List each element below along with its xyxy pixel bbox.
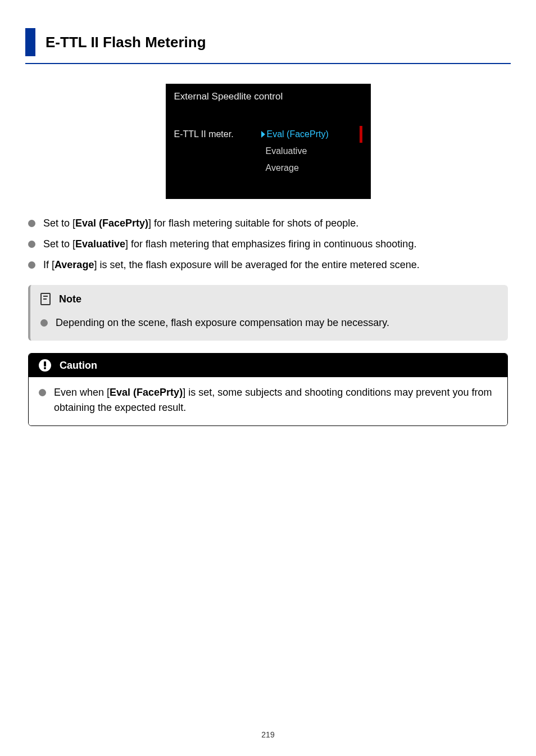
bullet-icon — [40, 319, 48, 327]
camera-menu-option: Average — [174, 160, 362, 176]
note-callout: Note Depending on the scene, flash expos… — [28, 285, 508, 341]
selection-indicator-bar — [360, 126, 362, 143]
caution-text: Even when [Eval (FacePrty)] is set, some… — [54, 385, 497, 415]
note-body: Depending on the scene, flash exposure c… — [30, 312, 508, 331]
list-item: If [Average] is set, the flash exposure … — [28, 257, 508, 273]
camera-screen-title: External Speedlite control — [174, 91, 362, 102]
bullet-icon — [28, 241, 35, 248]
note-icon — [40, 293, 51, 305]
heading-accent-bar — [25, 28, 35, 56]
note-item: Depending on the scene, flash exposure c… — [40, 315, 498, 331]
bullet-icon — [28, 220, 35, 227]
triangle-right-icon — [261, 131, 265, 138]
page-number: 219 — [0, 730, 536, 739]
caution-body: Even when [Eval (FacePrty)] is set, some… — [29, 377, 507, 425]
note-title: Note — [59, 293, 81, 305]
camera-menu-screenshot: External Speedlite control E-TTL II mete… — [166, 84, 371, 199]
description-list: Set to [Eval (FacePrty)] for flash meter… — [25, 216, 511, 273]
list-item-text: If [Average] is set, the flash exposure … — [43, 257, 420, 273]
caution-title: Caution — [60, 360, 97, 372]
note-text: Depending on the scene, flash exposure c… — [56, 315, 389, 331]
selected-text: Eval (FacePrty) — [267, 129, 329, 139]
camera-menu-option: Evaluative — [174, 143, 362, 160]
bullet-icon — [39, 389, 46, 396]
list-item: Set to [Evaluative] for flash metering t… — [28, 237, 508, 252]
caution-callout: Caution Even when [Eval (FacePrty)] is s… — [28, 353, 508, 426]
list-item: Set to [Eval (FacePrty)] for flash meter… — [28, 216, 508, 231]
list-item-text: Set to [Eval (FacePrty)] for flash meter… — [43, 216, 358, 231]
caution-icon — [39, 359, 51, 372]
list-item-text: Set to [Evaluative] for flash metering t… — [43, 237, 416, 252]
camera-menu-selected-value: Eval (FacePrty) — [261, 129, 329, 139]
heading-text: E-TTL II Flash Metering — [46, 28, 206, 51]
caution-item: Even when [Eval (FacePrty)] is set, some… — [39, 385, 497, 415]
bullet-icon — [28, 261, 35, 269]
camera-menu-row-selected: E-TTL II meter. Eval (FacePrty) — [174, 126, 362, 143]
note-header: Note — [30, 285, 508, 312]
camera-menu-label: E-TTL II meter. — [174, 129, 261, 139]
section-heading: E-TTL II Flash Metering — [25, 28, 511, 64]
caution-header: Caution — [29, 354, 507, 377]
